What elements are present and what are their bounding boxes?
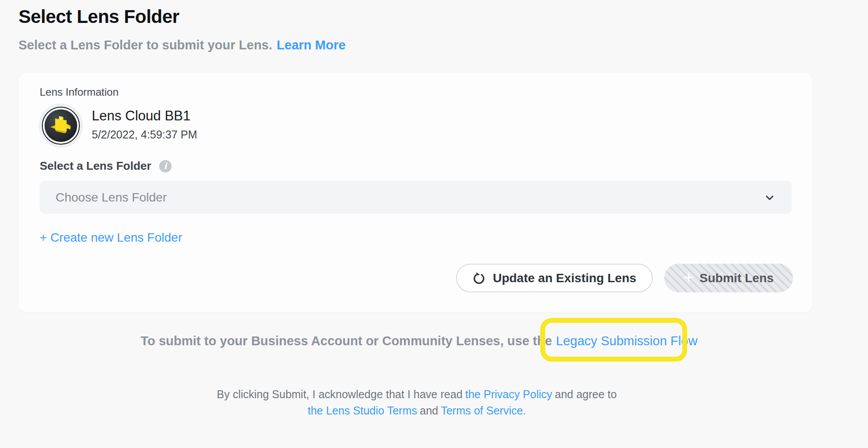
footer-line-1: By clicking Submit, I acknowledge that I… [0,386,834,403]
folder-label-row: Select a Lens Folder i [40,159,172,173]
submit-lens-screen: Select Lens Folder Select a Lens Folder … [0,0,868,448]
plus-icon: + [684,269,693,286]
lens-studio-terms-link[interactable]: the Lens Studio Terms [307,404,417,417]
lens-avatar [39,104,83,148]
folder-label: Select a Lens Folder [40,159,151,173]
lens-timestamp: 5/2/2022, 4:59:37 PM [92,128,197,141]
chevron-down-icon [763,191,776,204]
terms-of-service-link[interactable]: Terms of Service. [441,404,526,417]
lens-information-card: Lens Information Lens Cloud BB1 5/2/2022… [19,73,812,312]
page-title: Select Lens Folder [19,6,179,27]
lens-cube-icon [49,114,72,137]
info-icon[interactable]: i [159,160,172,172]
avatar-disc [45,109,77,142]
page-subtitle: Select a Lens Folder to submit your Lens… [19,38,346,52]
lens-folder-dropdown[interactable]: Choose Lens Folder [40,181,792,214]
update-button-label: Update an Existing Lens [493,271,636,285]
lens-name: Lens Cloud BB1 [92,108,191,124]
legacy-submission-flow-link[interactable]: Legacy Submission Flow [556,334,698,348]
legacy-text: To submit to your Business Account or Co… [141,334,552,348]
legal-footer: By clicking Submit, I acknowledge that I… [0,386,834,419]
avatar-ring [42,107,80,145]
create-lens-folder-link[interactable]: + Create new Lens Folder [40,231,182,245]
footer-line-2: the Lens Studio TermsandTerms of Service… [0,403,834,419]
footer-text: and [420,404,438,417]
dropdown-placeholder: Choose Lens Folder [56,190,167,205]
footer-text: By clicking Submit, I acknowledge that I… [217,388,463,400]
learn-more-link[interactable]: Learn More [277,38,345,52]
submit-button-label: Submit Lens [700,271,774,285]
page-subtitle-text: Select a Lens Folder to submit your Lens… [19,38,272,52]
submit-lens-button[interactable]: + Submit Lens [664,264,793,292]
section-label: Lens Information [40,86,119,98]
refresh-icon [472,272,486,285]
legacy-submission-row: To submit to your Business Account or Co… [0,334,838,348]
privacy-policy-link[interactable]: the Privacy Policy [465,388,552,400]
update-existing-lens-button[interactable]: Update an Existing Lens [456,264,653,292]
footer-text: and agree to [555,388,617,400]
